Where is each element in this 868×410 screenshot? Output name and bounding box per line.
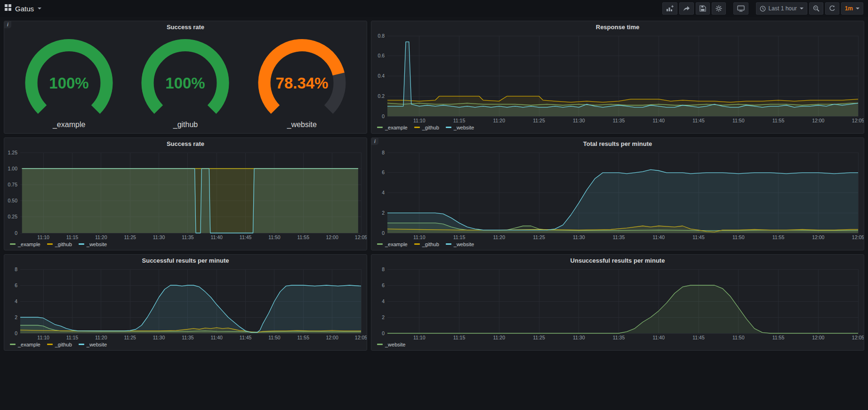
svg-text:11:50: 11:50 — [732, 118, 745, 123]
legend-item-_website[interactable]: _website — [79, 241, 107, 247]
panel-title-text: Unsuccessful results per minute — [571, 257, 665, 264]
svg-text:11:20: 11:20 — [493, 234, 506, 240]
legend-series-name: _website — [87, 342, 107, 347]
refresh-interval-label: 1m — [845, 5, 853, 12]
legend-item-_website[interactable]: _website — [79, 342, 107, 347]
gauge-arc: 78.34% — [244, 38, 360, 121]
gauge-example: 100% _example — [11, 38, 127, 129]
legend-item-_github[interactable]: _github — [414, 241, 439, 247]
panel-title-text: Success rate — [167, 24, 204, 31]
legend-item-_github[interactable]: _github — [414, 125, 439, 130]
chart-canvas[interactable]: 00.250.500.751.001.2511:1011:1511:2011:2… — [4, 150, 367, 241]
total-results-chart[interactable]: 0246811:1011:1511:2011:2511:3011:3511:40… — [371, 150, 864, 241]
unsuccessful-results-chart[interactable]: 0246811:1011:1511:2011:2511:3011:3511:40… — [371, 266, 864, 341]
legend-item-_example[interactable]: _example — [10, 342, 40, 347]
series-area-_website — [20, 285, 361, 333]
panel-info-icon[interactable]: i — [371, 138, 378, 145]
chart-canvas[interactable]: 0246811:1011:1511:2011:2511:3011:3511:40… — [4, 266, 367, 341]
svg-text:11:55: 11:55 — [772, 234, 785, 240]
svg-text:11:20: 11:20 — [493, 118, 506, 123]
response-time-chart[interactable]: 00.20.40.60.811:1011:1511:2011:2511:3011… — [371, 33, 864, 124]
successful-results-chart[interactable]: 0246811:1011:1511:2011:2511:3011:3511:40… — [4, 266, 367, 341]
svg-text:2: 2 — [382, 210, 385, 216]
svg-text:12:00: 12:00 — [812, 335, 824, 340]
panel-header[interactable]: Success rate — [4, 21, 367, 33]
time-range-picker[interactable]: Last 1 hour — [756, 2, 807, 15]
settings-button[interactable] — [712, 2, 726, 15]
svg-text:6: 6 — [382, 282, 385, 288]
legend-swatch — [10, 243, 16, 245]
legend-swatch — [47, 243, 53, 245]
panel-header[interactable]: Successful results per minute — [4, 255, 367, 266]
legend-item-_example[interactable]: _example — [377, 125, 408, 130]
panel-header[interactable]: Success rate — [4, 138, 367, 150]
chart-canvas[interactable]: 0246811:1011:1511:2011:2511:3011:3511:40… — [371, 266, 864, 341]
legend-series-name: _github — [55, 241, 72, 247]
success-rate-chart[interactable]: 00.250.500.751.001.2511:1011:1511:2011:2… — [4, 150, 367, 241]
dashboard-title[interactable]: Gatus — [15, 5, 34, 13]
svg-text:12:05: 12:05 — [355, 234, 367, 240]
gauge-svg: 100% — [11, 38, 127, 119]
panel-successful-results: Successful results per minute 0246811:10… — [4, 254, 367, 351]
apps-grid-icon[interactable] — [5, 4, 11, 13]
series-group — [20, 285, 361, 333]
svg-text:11:25: 11:25 — [533, 118, 545, 123]
gauge-label: _github — [173, 121, 198, 129]
chart-canvas[interactable]: 00.20.40.60.811:1011:1511:2011:2511:3011… — [371, 33, 864, 124]
zoom-out-button[interactable] — [809, 2, 823, 15]
svg-text:11:25: 11:25 — [124, 234, 136, 240]
panel-header[interactable]: Unsuccessful results per minute — [371, 255, 864, 266]
legend-item-_github[interactable]: _github — [47, 241, 72, 247]
legend-series-name: _example — [18, 342, 40, 347]
legend-item-_github[interactable]: _github — [47, 342, 72, 347]
svg-text:0.8: 0.8 — [378, 33, 385, 39]
panel-header[interactable]: Response time — [371, 21, 864, 33]
svg-text:4: 4 — [382, 190, 385, 195]
cycle-view-button[interactable] — [733, 2, 748, 15]
chart-canvas[interactable]: 0246811:1011:1511:2011:2511:3011:3511:40… — [371, 150, 864, 241]
settings-gear-icon — [715, 5, 722, 12]
svg-text:11:25: 11:25 — [533, 234, 545, 240]
panel-title-text: Response time — [596, 24, 639, 31]
save-button[interactable] — [696, 2, 710, 15]
panel-title-text: Successful results per minute — [142, 257, 229, 264]
svg-text:0.25: 0.25 — [8, 214, 18, 219]
svg-text:12:00: 12:00 — [326, 234, 338, 240]
legend-series-name: _github — [422, 241, 439, 247]
legend-item-_example[interactable]: _example — [10, 241, 40, 247]
svg-text:0.2: 0.2 — [378, 93, 385, 99]
legend-swatch — [446, 243, 451, 245]
svg-text:12:05: 12:05 — [852, 335, 864, 340]
panel-header[interactable]: Total results per minute — [371, 138, 864, 150]
legend-item-_website[interactable]: _website — [377, 342, 405, 347]
refresh-button[interactable] — [825, 2, 839, 15]
gauge-svg: 100% — [127, 38, 243, 119]
series-line-_website — [387, 285, 858, 333]
svg-text:11:35: 11:35 — [613, 335, 625, 340]
legend-swatch — [377, 344, 383, 345]
svg-text:11:40: 11:40 — [210, 335, 223, 340]
svg-text:11:15: 11:15 — [453, 335, 466, 340]
legend-series-name: _website — [454, 125, 474, 130]
svg-text:8: 8 — [15, 266, 17, 272]
add-panel-icon — [666, 5, 674, 12]
svg-text:11:55: 11:55 — [297, 234, 310, 240]
svg-text:12:05: 12:05 — [355, 335, 367, 340]
legend-swatch — [10, 344, 16, 345]
share-button[interactable] — [679, 2, 694, 15]
svg-text:11:35: 11:35 — [182, 234, 194, 240]
legend-series-name: _website — [385, 342, 405, 347]
legend-item-_website[interactable]: _website — [446, 125, 474, 130]
svg-text:11:45: 11:45 — [240, 234, 252, 240]
dashboard-dropdown-caret-icon[interactable] — [38, 8, 41, 9]
svg-text:11:35: 11:35 — [182, 335, 194, 340]
legend-item-_website[interactable]: _website — [446, 241, 474, 247]
refresh-interval-picker[interactable]: 1m — [841, 2, 863, 15]
svg-text:0: 0 — [15, 330, 17, 336]
legend-swatch — [79, 243, 84, 245]
add-panel-button[interactable] — [662, 2, 677, 15]
total-results-legend: _example_github_website — [371, 241, 864, 250]
legend-swatch — [414, 243, 420, 245]
panel-info-icon[interactable]: i — [4, 21, 11, 28]
legend-item-_example[interactable]: _example — [377, 241, 408, 247]
